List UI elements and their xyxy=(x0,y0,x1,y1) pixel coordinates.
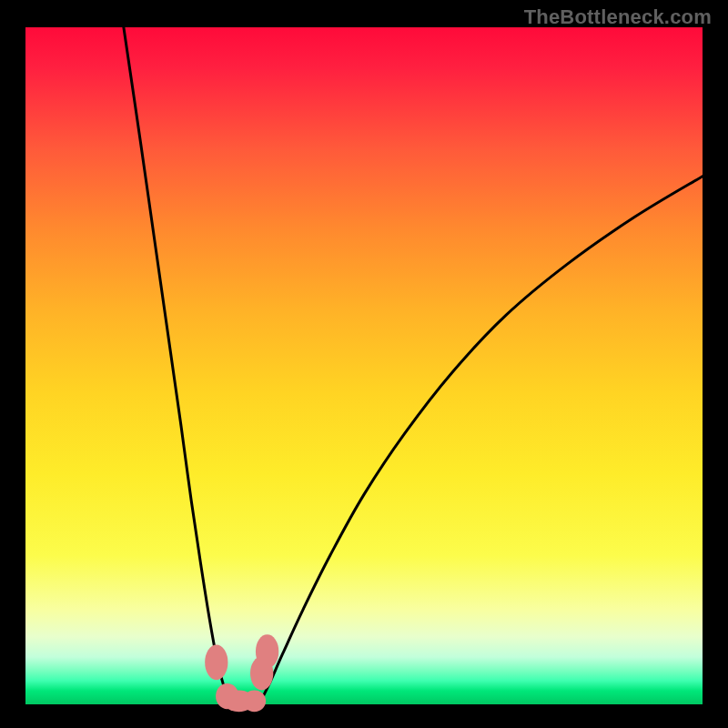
chart-marker xyxy=(243,690,266,712)
left-curve xyxy=(124,27,236,704)
right-curve xyxy=(259,177,703,704)
chart-marker xyxy=(256,634,278,668)
chart-marker-layer xyxy=(205,634,278,712)
chart-svg xyxy=(25,27,703,704)
watermark-text: TheBottleneck.com xyxy=(524,5,712,29)
chart-curve-layer xyxy=(124,27,703,704)
chart-plot-area xyxy=(25,27,703,704)
chart-marker xyxy=(205,645,228,681)
